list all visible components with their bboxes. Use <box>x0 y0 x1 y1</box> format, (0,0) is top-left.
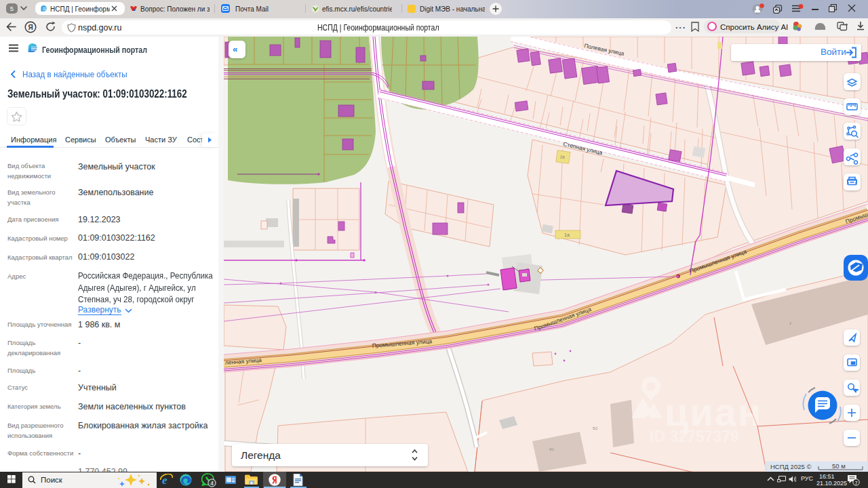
svg-text:Легенда: Легенда <box>241 449 281 461</box>
svg-text:50 м: 50 м <box>832 462 846 470</box>
svg-text:«: « <box>233 44 238 54</box>
svg-text:4: 4 <box>210 480 214 487</box>
svg-text:Я: Я <box>28 24 33 31</box>
svg-text:Войти: Войти <box>821 47 846 57</box>
svg-text:7: 7 <box>854 480 857 486</box>
svg-text:НСПД 2025 ©: НСПД 2025 © <box>770 463 811 470</box>
